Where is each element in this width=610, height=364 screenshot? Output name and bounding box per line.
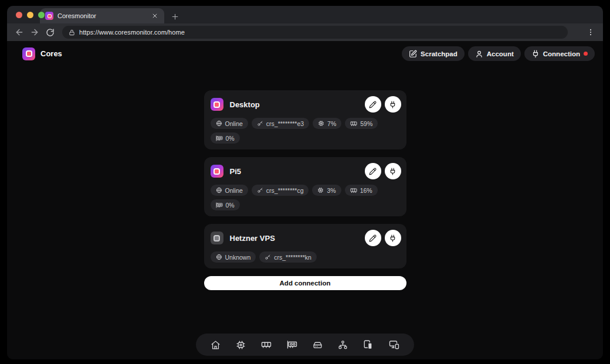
connection-card-hetzner-vps: Hetzner VPS Unknown (204, 224, 406, 268)
cpu-text: 7% (327, 120, 336, 127)
globe-icon (216, 120, 222, 127)
connect-button[interactable] (385, 96, 401, 113)
edit-connection-button[interactable] (365, 230, 381, 246)
url-text: https://www.coresmonitor.com/home (79, 29, 185, 36)
connection-status-dot (584, 52, 588, 56)
scratchpad-button[interactable]: Scratchpad (402, 46, 465, 61)
minimize-window-button[interactable] (27, 12, 33, 18)
window-controls (16, 12, 45, 18)
ram-badge: 59% (345, 118, 378, 129)
gpu-badge: 0% (211, 199, 240, 210)
connection-logo-icon (211, 165, 223, 178)
notepad-pen-icon (409, 50, 417, 58)
account-button[interactable]: Account (468, 46, 521, 61)
connection-logo-icon (211, 232, 223, 244)
site-header: Cores Scratchpad Account Connection (7, 41, 603, 61)
person-icon (475, 50, 483, 58)
api-key-badge: crs_********e3 (252, 118, 309, 129)
connection-label: Connection (543, 50, 580, 57)
site-favicon (45, 12, 53, 20)
plug-icon (389, 234, 396, 242)
pencil-icon (369, 101, 377, 108)
edit-connection-button[interactable] (365, 96, 381, 113)
tab-title: Coresmonitor (57, 12, 147, 19)
home-icon[interactable] (211, 340, 221, 350)
gpu-icon (216, 202, 223, 209)
browser-window: Coresmonitor https://www.coresmonitor.co… (7, 6, 603, 359)
devices-icon[interactable] (363, 339, 374, 350)
connection-button[interactable]: Connection (524, 46, 595, 61)
cpu-icon (317, 187, 324, 193)
network-icon[interactable] (338, 340, 348, 350)
browser-tab[interactable]: Coresmonitor (40, 8, 164, 23)
close-window-button[interactable] (16, 12, 22, 18)
status-badge: Online (211, 118, 248, 129)
key-text: crs_********e3 (266, 120, 304, 127)
browser-toolbar: https://www.coresmonitor.com/home (7, 23, 603, 41)
gpu-icon (216, 135, 223, 142)
status-text: Online (225, 187, 243, 194)
scratchpad-label: Scratchpad (421, 50, 458, 57)
reload-button[interactable] (42, 25, 57, 40)
connection-card-desktop: Desktop Online (204, 90, 406, 149)
brand-name: Cores (40, 49, 62, 58)
cpu-badge: 7% (313, 118, 341, 129)
key-text: crs_********kn (274, 254, 311, 261)
cpu-text: 3% (327, 187, 336, 194)
ram-icon[interactable] (261, 339, 272, 350)
plug-icon (389, 101, 396, 108)
cpu-icon[interactable] (236, 340, 246, 350)
browser-menu-button[interactable] (583, 25, 598, 40)
globe-icon (216, 254, 222, 260)
cpu-badge: 3% (312, 185, 341, 196)
edit-connection-button[interactable] (365, 163, 381, 179)
pencil-icon (369, 168, 377, 175)
cpu-icon (318, 120, 324, 127)
pencil-icon (369, 234, 377, 242)
ram-text: 59% (360, 120, 372, 127)
status-badge: Unknown (211, 251, 256, 263)
connection-name: Hetzner VPS (230, 234, 275, 243)
connect-button[interactable] (385, 230, 401, 246)
gpu-icon[interactable] (287, 339, 297, 350)
gpu-badge: 0% (211, 132, 240, 144)
page-content: Cores Scratchpad Account Connection (7, 41, 603, 359)
account-label: Account (487, 50, 514, 57)
zoom-window-button[interactable] (38, 12, 45, 18)
ram-icon (350, 187, 357, 194)
plug-icon (531, 50, 540, 58)
disk-icon[interactable] (313, 340, 323, 350)
connection-name: Desktop (230, 100, 260, 109)
close-tab-icon[interactable] (151, 12, 159, 20)
add-connection-button[interactable]: Add connection (204, 276, 406, 290)
address-bar[interactable]: https://www.coresmonitor.com/home (62, 26, 568, 39)
header-actions: Scratchpad Account Connection (402, 46, 595, 61)
globe-icon (216, 187, 222, 193)
monitor-smartphone-icon[interactable] (389, 339, 399, 350)
key-icon (265, 254, 271, 260)
status-text: Online (225, 120, 243, 127)
ram-badge: 16% (345, 185, 378, 196)
ram-icon (350, 120, 357, 127)
cores-logo-icon (22, 47, 35, 60)
connection-logo-icon (211, 98, 223, 111)
brand: Cores (22, 47, 62, 60)
plug-icon (389, 168, 396, 175)
back-button[interactable] (12, 25, 27, 40)
key-text: crs_********cg (266, 187, 304, 194)
connection-card-pi5: Pi5 Online (204, 157, 406, 216)
api-key-badge: crs_********kn (259, 251, 317, 263)
gpu-text: 0% (226, 135, 235, 142)
titlebar: Coresmonitor (7, 6, 603, 23)
lock-icon (69, 29, 75, 36)
key-icon (257, 187, 263, 193)
connection-name: Pi5 (230, 167, 242, 176)
forward-button[interactable] (27, 25, 42, 40)
status-badge: Online (211, 185, 248, 196)
gpu-text: 0% (226, 202, 235, 209)
ram-text: 16% (360, 187, 372, 194)
api-key-badge: crs_********cg (252, 185, 309, 196)
new-tab-button[interactable] (171, 13, 179, 21)
key-icon (257, 120, 263, 127)
connect-button[interactable] (385, 163, 401, 179)
